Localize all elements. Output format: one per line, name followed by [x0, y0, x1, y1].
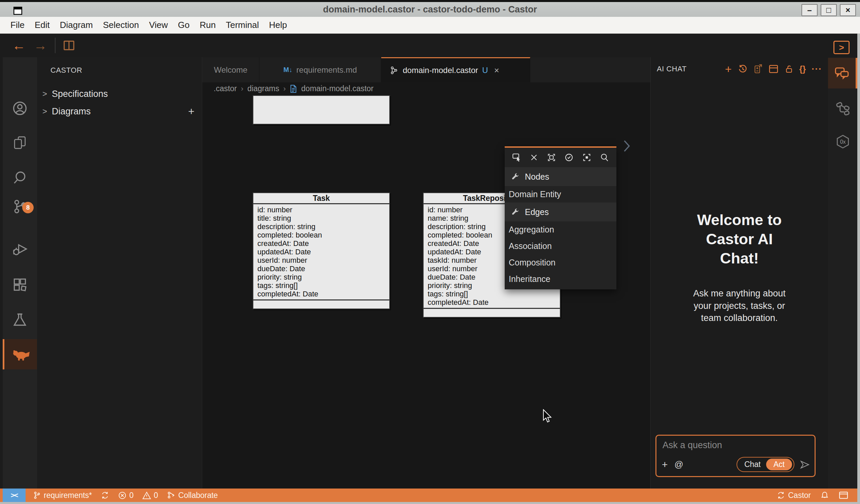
panel-toggle-button[interactable]: > — [833, 41, 849, 54]
error-icon — [118, 491, 127, 500]
ai-chat-title: AI CHAT — [657, 64, 687, 73]
menu-go[interactable]: Go — [173, 17, 195, 33]
close-icon[interactable]: × — [494, 65, 499, 76]
sidebar-item-specifications[interactable]: > Specifications — [37, 86, 202, 102]
palette-item-aggregation[interactable]: Aggregation — [505, 221, 616, 238]
errors-status[interactable]: 0 — [118, 491, 133, 500]
diagram-file-icon — [389, 66, 398, 75]
palette-group-label: Edges — [525, 207, 549, 217]
rail-item-hierarchy[interactable] — [828, 100, 857, 116]
source-control-icon[interactable]: 8 — [3, 195, 37, 219]
app-window: domain-model.castor - castor-todo-demo -… — [0, 0, 860, 504]
zoom-icon[interactable] — [600, 153, 609, 162]
breadcrumb-segment[interactable]: diagrams — [247, 84, 279, 93]
palette-item-association[interactable]: Association — [505, 238, 616, 254]
collaborate-icon — [167, 491, 176, 500]
fit-view-icon[interactable] — [547, 153, 556, 162]
panel-layout-icon[interactable] — [838, 491, 848, 500]
close-button[interactable]: × — [840, 4, 856, 16]
unlock-icon[interactable] — [784, 64, 794, 74]
node-attribute: completedAt: Date — [253, 290, 389, 298]
menu-help[interactable]: Help — [264, 17, 292, 33]
more-ellipsis-icon[interactable]: ··· — [812, 63, 822, 74]
extensions-icon[interactable] — [3, 273, 37, 297]
run-debug-icon[interactable] — [3, 237, 37, 261]
history-icon[interactable] — [737, 64, 748, 74]
delete-icon[interactable] — [530, 153, 538, 162]
menu-terminal[interactable]: Terminal — [221, 17, 264, 33]
welcome-subtitle: Ask me anything about your projects, tas… — [684, 287, 795, 324]
menu-edit[interactable]: Edit — [30, 17, 55, 33]
rail-item-ai-chat[interactable] — [828, 58, 857, 88]
account-icon[interactable] — [3, 96, 37, 120]
node-attribute: updatedAt: Date — [253, 248, 389, 256]
node-attribute: completedAt: Date — [424, 298, 560, 306]
title-bar[interactable]: domain-model.castor - castor-todo-demo -… — [0, 2, 860, 17]
forward-arrow-icon[interactable]: → — [34, 34, 47, 57]
chat-bubbles-icon — [834, 67, 849, 80]
new-chat-icon[interactable]: + — [725, 62, 732, 76]
add-diagram-button[interactable]: + — [188, 105, 195, 118]
node-attribute: title: string — [253, 214, 389, 222]
sync-icon[interactable] — [101, 491, 109, 500]
testing-beaker-icon[interactable] — [3, 307, 37, 332]
bell-icon[interactable] — [820, 491, 829, 500]
diagram-palette: Nodes Domain Entity Edges Aggregation As… — [505, 146, 616, 289]
castor-status[interactable]: Castor — [776, 491, 811, 500]
chat-mode-toggle[interactable]: Chat Act — [736, 457, 794, 472]
export-diff-icon[interactable] — [753, 64, 763, 74]
chat-input-box[interactable]: + @ Chat Act — [656, 435, 816, 477]
tab-requirements[interactable]: M↓ requirements.md — [259, 57, 381, 83]
menu-view[interactable]: View — [144, 17, 173, 33]
chevron-right-icon[interactable] — [621, 139, 632, 154]
menu-run[interactable]: Run — [195, 17, 221, 33]
attach-plus-icon[interactable]: + — [662, 459, 668, 470]
minimize-button[interactable]: – — [801, 4, 818, 16]
mode-chat-option[interactable]: Chat — [739, 460, 766, 469]
mode-act-option[interactable]: Act — [766, 459, 792, 470]
palette-item-inheritance[interactable]: Inheritance — [505, 271, 616, 289]
modified-badge: U — [482, 66, 488, 75]
diagram-node-task[interactable]: Task id: number title: string descriptio… — [253, 192, 390, 309]
window-controls: – □ × — [801, 4, 856, 16]
tab-domain-model[interactable]: domain-model.castor U × — [381, 57, 530, 83]
node-attribute: id: number — [253, 205, 389, 214]
git-branch-icon — [33, 491, 41, 500]
collaborate-status[interactable]: Collaborate — [167, 491, 218, 500]
palette-group-nodes[interactable]: Nodes — [505, 167, 616, 186]
breadcrumb-segment[interactable]: .castor — [214, 84, 237, 93]
split-editor-icon[interactable] — [62, 39, 76, 52]
send-icon[interactable] — [800, 460, 810, 469]
mention-at-icon[interactable]: @ — [675, 459, 683, 470]
branch-status[interactable]: requirements* — [33, 491, 92, 500]
palette-item-composition[interactable]: Composition — [505, 254, 616, 271]
menu-selection[interactable]: Selection — [98, 17, 144, 33]
diagram-node-empty[interactable] — [253, 95, 390, 125]
castor-beaver-icon[interactable] — [3, 339, 37, 370]
validate-icon[interactable] — [564, 153, 574, 162]
warnings-status[interactable]: 0 — [142, 491, 158, 500]
menu-diagram[interactable]: Diagram — [55, 17, 98, 33]
braces-icon[interactable]: {} — [800, 64, 806, 74]
rail-item-hex[interactable]: 0x — [828, 134, 857, 149]
secondary-rail: 0x — [828, 57, 857, 489]
ai-chat-welcome: Welcome to Castor AI Chat! Ask me anythi… — [651, 210, 828, 324]
sidebar-item-diagrams[interactable]: > Diagrams + — [37, 104, 202, 119]
select-icon[interactable] — [512, 153, 521, 162]
maximize-button[interactable]: □ — [821, 4, 837, 16]
diagram-canvas[interactable]: Task id: number title: string descriptio… — [202, 95, 650, 489]
breadcrumb-separator: › — [241, 84, 243, 93]
search-icon[interactable] — [3, 165, 37, 190]
remote-indicator[interactable]: >< — [3, 489, 26, 502]
layout-panel-icon[interactable] — [769, 64, 778, 74]
sidebar-item-label: Specifications — [52, 89, 108, 99]
center-icon[interactable] — [582, 153, 591, 162]
back-arrow-icon[interactable]: ← — [12, 34, 26, 57]
palette-item-domain-entity[interactable]: Domain Entity — [505, 186, 616, 203]
palette-group-edges[interactable]: Edges — [505, 203, 616, 221]
chat-question-input[interactable] — [662, 440, 804, 451]
tab-welcome[interactable]: Welcome — [202, 57, 259, 83]
breadcrumb-segment[interactable]: domain-model.castor — [301, 84, 373, 93]
explorer-files-icon[interactable] — [3, 131, 37, 155]
menu-file[interactable]: File — [5, 17, 30, 33]
